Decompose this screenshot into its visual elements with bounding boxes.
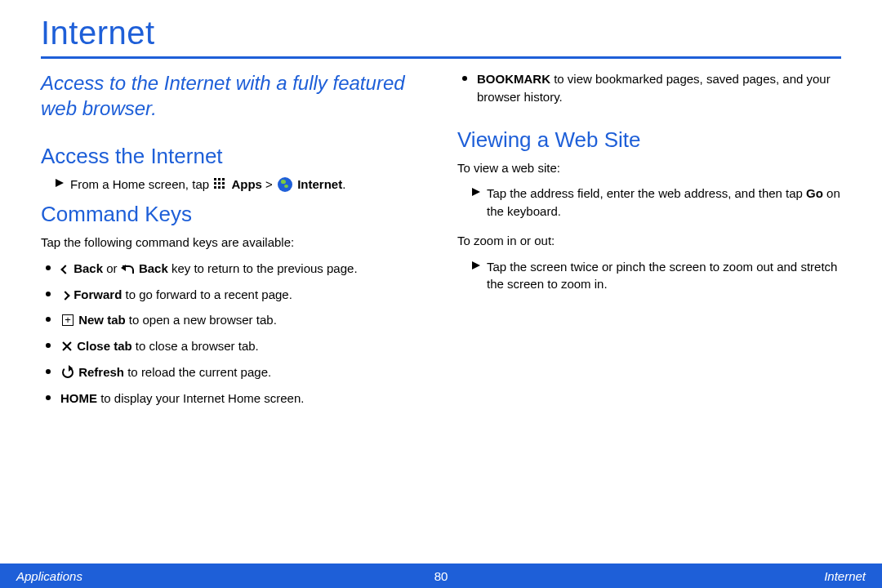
footer-page-number: 80 — [434, 569, 448, 583]
home-rest: to display your Internet Home screen. — [97, 391, 304, 405]
close-tab-icon — [62, 341, 72, 351]
forward-rest: to go forward to a recent page. — [122, 287, 292, 301]
apps-label: Apps — [231, 177, 262, 191]
list-item: HOME to display your Internet Home scree… — [41, 390, 425, 408]
viewing-p2: To zoom in or out: — [457, 232, 841, 250]
bullet-icon — [46, 292, 51, 296]
forward-chevron-icon — [60, 291, 69, 300]
step-access-prefix: From a Home screen, tap — [70, 177, 212, 191]
step-arrow-icon — [472, 188, 480, 196]
globe-icon — [278, 177, 292, 192]
footer: Applications 80 Internet — [0, 564, 882, 588]
step2-text: Tap the screen twice or pinch the screen… — [487, 258, 841, 294]
list-item: Back or Back key to return to the previo… — [41, 260, 425, 278]
back-label: Back — [74, 261, 103, 275]
bullet-icon — [46, 343, 51, 348]
intro-text: Access to the Internet with a fully feat… — [41, 70, 425, 121]
right-column: BOOKMARK to view bookmarked pages, saved… — [457, 70, 841, 415]
closetab-rest: to close a browser tab. — [132, 339, 259, 353]
apps-grid-icon — [214, 178, 227, 191]
heading-viewing-web-site: Viewing a Web Site — [457, 127, 841, 153]
refresh-label: Refresh — [78, 365, 124, 379]
step-zoom: Tap the screen twice or pinch the screen… — [457, 258, 841, 294]
back-chevron-icon — [60, 265, 69, 274]
closetab-label: Close tab — [77, 339, 132, 353]
newtab-label: New tab — [78, 313, 126, 327]
list-item: Refresh to reload the current page. — [41, 363, 425, 381]
step-access: From a Home screen, tap Apps > Internet. — [41, 176, 425, 194]
back-rest: key to return to the previous page. — [168, 261, 358, 275]
back-arrow-icon — [122, 264, 134, 274]
newtab-rest: to open a new browser tab. — [126, 313, 277, 327]
heading-access-internet: Access the Internet — [41, 144, 425, 169]
gt-sep: > — [265, 177, 276, 191]
bullet-icon — [46, 265, 51, 270]
left-column: Access to the Internet with a fully feat… — [41, 70, 425, 415]
command-intro: Tap the following command keys are avail… — [41, 234, 425, 252]
command-list: Back or Back key to return to the previo… — [41, 260, 425, 408]
list-item: Forward to go forward to a recent page. — [41, 286, 425, 304]
list-item: New tab to open a new browser tab. — [41, 311, 425, 329]
new-tab-icon — [62, 314, 74, 326]
step-arrow-icon — [472, 261, 480, 270]
command-list-cont: BOOKMARK to view bookmarked pages, saved… — [457, 70, 841, 106]
page-title: Internet — [41, 0, 841, 59]
list-item: BOOKMARK to view bookmarked pages, saved… — [457, 70, 841, 106]
refresh-icon — [62, 367, 74, 378]
go-label: Go — [806, 186, 823, 200]
bookmark-label: BOOKMARK — [477, 72, 550, 86]
internet-label: Internet — [297, 177, 342, 191]
bullet-icon — [462, 76, 467, 81]
footer-left: Applications — [16, 569, 82, 583]
bullet-icon — [46, 395, 51, 400]
forward-label: Forward — [74, 287, 122, 301]
step-view-site: Tap the address field, enter the web add… — [457, 185, 841, 220]
viewing-p1: To view a web site: — [457, 159, 841, 177]
or-text: or — [103, 261, 121, 275]
refresh-rest: to reload the current page. — [124, 365, 271, 379]
back-label-2: Back — [139, 261, 168, 275]
home-label: HOME — [60, 391, 97, 405]
step1-a: Tap the address field, enter the web add… — [487, 186, 806, 200]
heading-command-keys: Command Keys — [41, 202, 425, 227]
bullet-icon — [46, 317, 51, 322]
bullet-icon — [46, 369, 51, 374]
step-arrow-icon — [56, 179, 64, 187]
footer-right: Internet — [824, 569, 866, 583]
period: . — [342, 177, 345, 191]
list-item: Close tab to close a browser tab. — [41, 337, 425, 355]
